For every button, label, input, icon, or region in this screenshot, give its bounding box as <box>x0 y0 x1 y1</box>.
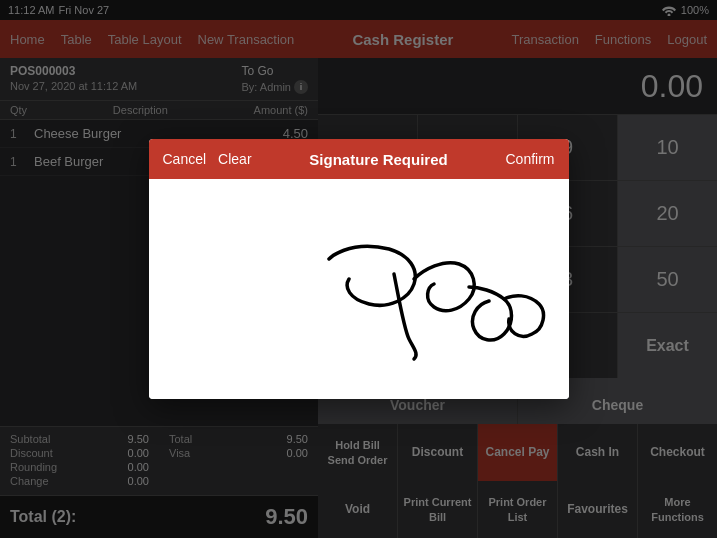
modal-cancel-button[interactable]: Cancel <box>163 151 207 167</box>
modal-overlay[interactable]: Cancel Clear Signature Required Confirm <box>0 0 717 538</box>
modal-header: Cancel Clear Signature Required Confirm <box>149 139 569 179</box>
signature-area[interactable] <box>149 179 569 399</box>
modal-confirm-button[interactable]: Confirm <box>505 151 554 167</box>
modal-title: Signature Required <box>252 151 506 168</box>
modal-body <box>149 179 569 399</box>
signature-modal: Cancel Clear Signature Required Confirm <box>149 139 569 399</box>
modal-clear-button[interactable]: Clear <box>218 151 251 167</box>
